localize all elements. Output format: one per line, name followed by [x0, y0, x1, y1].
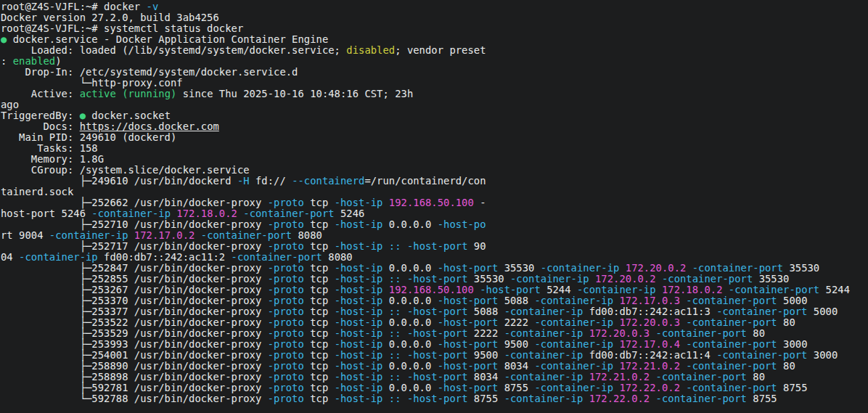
terminal-text: -proto	[268, 338, 304, 350]
terminal-line: ├─252847 /usr/bin/docker-proxy -proto tc…	[1, 263, 868, 274]
terminal-text: root@Z4S-VJFL:~# docker	[1, 1, 147, 12]
terminal-text: 172.18.0.2	[662, 284, 723, 295]
terminal-text: ::	[389, 306, 401, 317]
terminal-text: -host-ip	[335, 273, 383, 285]
terminal-line: ├─252662 /usr/bin/docker-proxy -proto tc…	[1, 197, 868, 208]
terminal-text: 80	[777, 316, 795, 328]
terminal-text: 0.0.0.0	[382, 218, 437, 230]
terminal-text: ├─258898 /usr/bin/docker-proxy	[1, 371, 268, 383]
terminal-text: 0.0.0.0	[382, 360, 437, 372]
terminal-text: 35530	[468, 273, 511, 285]
terminal-text: └─592788 /usr/bin/docker-proxy	[1, 393, 268, 404]
terminal-line: ├─253370 /usr/bin/docker-proxy -proto tc…	[1, 295, 868, 306]
terminal-text: -container-ip	[504, 393, 584, 404]
terminal-text: CGroup: /system.slice/docker.service	[1, 164, 250, 176]
terminal-text: ::	[389, 240, 401, 252]
terminal-text: 3000	[807, 349, 838, 361]
terminal-text: ├─253267 /usr/bin/docker-proxy	[1, 284, 268, 295]
terminal-text: Drop-In: /etc/systemd/system/docker.serv…	[1, 66, 298, 78]
terminal-text: -proto	[268, 306, 304, 317]
terminal-text: tcp	[304, 393, 335, 404]
terminal-text: ├─253377 /usr/bin/docker-proxy	[1, 306, 268, 317]
terminal-line: └─592788 /usr/bin/docker-proxy -proto tc…	[1, 393, 868, 404]
terminal-text: -host-port	[407, 240, 468, 252]
terminal-text: 04	[1, 251, 19, 263]
terminal-text: -proto	[268, 382, 304, 393]
terminal-text	[401, 393, 407, 404]
terminal-text: 5000	[807, 306, 838, 317]
terminal-text: tcp	[304, 306, 335, 317]
terminal-text	[401, 240, 407, 252]
terminal-text: -container-port	[201, 229, 292, 241]
terminal-text: since Thu 2025-10-16 10:48:16 CST; 23h	[176, 88, 413, 99]
terminal-text: ::	[389, 371, 401, 383]
terminal-text: -host-port	[438, 316, 499, 328]
terminal-text: disabled	[346, 44, 395, 56]
terminal-text: docker.service - Docker Application Cont…	[13, 33, 329, 45]
terminal-line: Loaded: loaded (/lib/systemd/system/dock…	[1, 45, 868, 56]
terminal-text: 172.20.0.3	[589, 327, 650, 339]
terminal-text: -container-ip	[534, 360, 613, 372]
terminal-text: TriggeredBy:	[1, 110, 80, 121]
terminal-text: -container-port	[686, 295, 777, 306]
terminal-text: tcp	[304, 262, 335, 274]
terminal-text: -proto	[268, 393, 304, 404]
terminal-text: tcp	[304, 273, 335, 285]
terminal-text	[382, 393, 388, 404]
terminal-text	[583, 371, 589, 383]
terminal-text: -host-ip	[335, 360, 383, 372]
terminal-text: 8755	[747, 393, 777, 404]
terminal-text	[583, 327, 589, 339]
terminal-text: 8755	[498, 382, 534, 393]
terminal-line: ago	[1, 99, 868, 110]
terminal-text: -container-port	[716, 349, 807, 361]
terminal-text	[686, 262, 692, 274]
terminal-text: -host-port	[480, 284, 541, 295]
terminal-text: -proto	[268, 316, 304, 328]
terminal-text: -container-port	[243, 208, 334, 219]
terminal-text: tcp	[304, 360, 335, 372]
terminal-text	[382, 306, 388, 317]
terminal-text: -host-po	[438, 218, 486, 230]
terminal-text: 0.0.0.0	[382, 382, 437, 393]
terminal-text: -host-ip	[335, 382, 383, 393]
terminal-text: -container-port	[656, 393, 747, 404]
terminal-text: -container-ip	[534, 316, 613, 328]
terminal-text: 8080	[322, 251, 353, 263]
terminal-text: root@Z4S-VJFL:~# systemctl status docker	[1, 23, 243, 34]
terminal-line: Docker version 27.2.0, build 3ab4256	[1, 12, 868, 23]
docs-link[interactable]: https://docs.docker.com	[80, 120, 219, 132]
terminal-line: : enabled)	[1, 56, 868, 67]
terminal-text: -proto	[268, 327, 304, 339]
terminal-text: tcp	[304, 240, 335, 252]
terminal-text	[401, 349, 407, 361]
terminal-text: tcp	[304, 349, 335, 361]
terminal-text: -proto	[268, 262, 304, 274]
terminal-text	[474, 284, 480, 295]
terminal-text: enabled	[13, 55, 56, 67]
terminal-text: 80	[747, 371, 765, 383]
terminal-text: -container-port	[729, 284, 819, 295]
terminal-text	[656, 284, 662, 295]
terminal-text: 172.17.0.4	[619, 338, 680, 350]
terminal-output[interactable]: root@Z4S-VJFL:~# docker -vDocker version…	[0, 0, 868, 404]
terminal-text: docker.socket	[91, 110, 171, 121]
terminal-text	[382, 284, 388, 295]
terminal-text: 172.22.0.2	[619, 382, 680, 393]
terminal-text: 0.0.0.0	[382, 262, 437, 274]
terminal-text: Main PID: 249610 (dockerd)	[1, 131, 176, 143]
terminal-text: -container-port	[686, 382, 777, 393]
terminal-text: --containerd	[292, 175, 364, 187]
terminal-text: 9500	[468, 349, 504, 361]
terminal-text: -container-port	[656, 371, 747, 383]
terminal-text: -container-ip	[91, 208, 171, 219]
terminal-text: 8755	[468, 393, 504, 404]
terminal-text: -container-port	[686, 360, 777, 372]
terminal-text	[128, 229, 134, 241]
terminal-text: -container-ip	[504, 371, 584, 383]
terminal-text: ago	[1, 99, 19, 110]
terminal-text: 80	[777, 360, 795, 372]
terminal-text: -container-ip	[504, 327, 584, 339]
terminal-line: ├─592781 /usr/bin/docker-proxy -proto tc…	[1, 383, 868, 393]
terminal-text: -v	[147, 1, 159, 12]
